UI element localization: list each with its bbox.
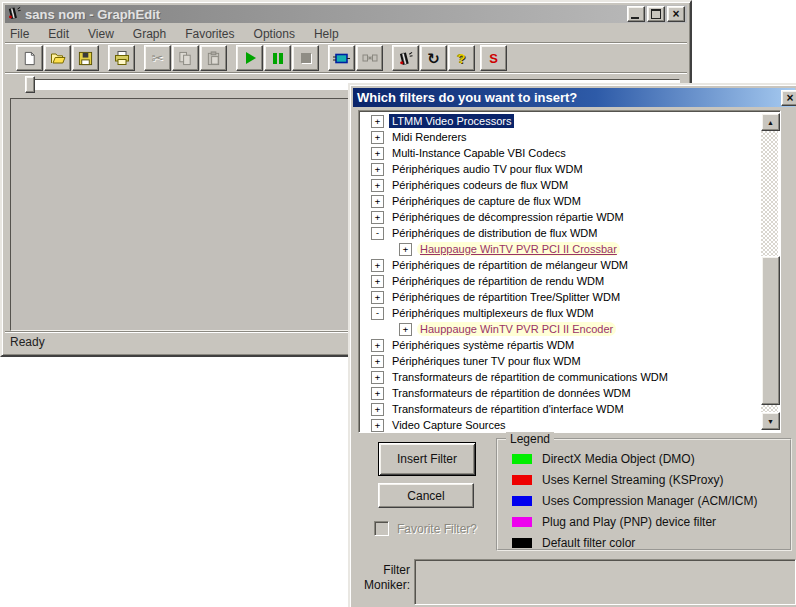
close-button[interactable]: × [667,6,685,22]
stop-button[interactable] [292,45,319,71]
menu-help[interactable]: Help [312,27,341,41]
insert-filter-button-toolbar[interactable] [328,45,355,71]
tree-item[interactable]: +Hauppauge WinTV PVR PCI II Crossbar [359,241,761,257]
expand-icon[interactable]: + [371,403,384,416]
play-button[interactable] [236,45,263,71]
main-titlebar[interactable]: sans nom - GraphEdit × [5,5,687,23]
paste-icon [206,51,221,66]
dialog-titlebar[interactable]: Which filters do you want to insert? [353,88,795,107]
help-icon: ? [458,52,466,65]
help-button[interactable]: ? [448,45,475,71]
expand-icon[interactable]: + [371,259,384,272]
tree-item[interactable]: +Périphériques tuner TV pour flux WDM [359,353,761,369]
scroll-thumb[interactable] [761,256,780,405]
tree-item[interactable]: +Hauppauge WinTV PVR PCI II Encoder [359,321,761,337]
seek-bar-handle[interactable] [25,76,35,93]
graphedit-logo-icon [398,51,413,66]
expand-icon[interactable]: + [371,179,384,192]
connect-pins-button[interactable] [356,45,383,71]
tree-item[interactable]: +Périphériques de capture de flux WDM [359,193,761,209]
refresh-button[interactable]: ↻ [420,45,447,71]
menu-favorites[interactable]: Favorites [183,27,236,41]
tree-item-label: Périphériques système répartis WDM [389,338,577,352]
cut-button[interactable]: ✂ [144,45,171,71]
tree-item[interactable]: +Périphériques de décompression répartie… [359,209,761,225]
menu-graph[interactable]: Graph [131,27,168,41]
tree-item[interactable]: +Transformateurs de répartition de commu… [359,369,761,385]
expand-icon[interactable]: + [371,387,384,400]
print-button[interactable] [108,45,135,71]
tree-item[interactable]: +Transformateurs de répartition d'interf… [359,401,761,417]
expand-icon[interactable]: + [371,291,384,304]
favorite-filter-checkbox[interactable] [374,521,389,536]
collapse-icon[interactable]: - [371,227,384,240]
scroll-up-button[interactable]: ▲ [761,113,780,131]
tree-item-label: Périphériques de répartition de mélangeu… [389,258,631,272]
pause-button[interactable] [264,45,291,71]
favorite-filter-row: Favorite Filter? [374,521,477,536]
expand-icon[interactable]: + [371,371,384,384]
expand-icon[interactable]: + [399,323,412,336]
maximize-icon [651,9,661,19]
tree-item[interactable]: +Périphériques codeurs de flux WDM [359,177,761,193]
tree-item[interactable]: +Multi-Instance Capable VBI Codecs [359,145,761,161]
expand-icon[interactable]: + [371,163,384,176]
tree-item[interactable]: -Périphériques multiplexeurs de flux WDM [359,305,761,321]
tree-item[interactable]: +Video Capture Sources [359,417,761,433]
expand-icon[interactable]: + [371,339,384,352]
tree-item[interactable]: +Midi Renderers [359,129,761,145]
cancel-button[interactable]: Cancel [378,483,474,508]
tree-item[interactable]: -Périphériques de distribution de flux W… [359,225,761,241]
expand-icon[interactable]: + [371,115,384,128]
tree-item-label: Video Capture Sources [389,418,509,432]
close-icon: × [672,9,679,19]
paste-button[interactable] [200,45,227,71]
expand-icon[interactable]: + [371,211,384,224]
convert-button[interactable]: S [480,45,507,71]
tree-scrollbar[interactable]: ▲ ▼ [761,113,778,430]
collapse-icon[interactable]: - [371,307,384,320]
menu-options[interactable]: Options [252,27,297,41]
dialog-close-button[interactable]: × [781,90,796,106]
menu-edit[interactable]: Edit [46,27,71,41]
save-icon [78,51,93,66]
tree-item[interactable]: +Périphériques de répartition de rendu W… [359,273,761,289]
expand-icon[interactable]: + [371,275,384,288]
save-button[interactable] [72,45,99,71]
tree-item[interactable]: +Périphériques système répartis WDM [359,337,761,353]
insert-filter-button[interactable]: Insert Filter [378,442,476,476]
filter-moniker-input[interactable] [414,559,796,605]
legend-label: Plug and Play (PNP) device filter [542,515,716,529]
tree-item[interactable]: +Périphériques de répartition de mélange… [359,257,761,273]
tree-item-label: Hauppauge WinTV PVR PCI II Crossbar [417,242,620,256]
tree-item[interactable]: +Périphériques de répartition Tree/Split… [359,289,761,305]
open-icon [50,50,66,66]
expand-icon[interactable]: + [371,419,384,432]
expand-icon[interactable]: + [371,195,384,208]
minimize-button[interactable] [627,6,645,22]
tree-item[interactable]: +Transformateurs de répartition de donné… [359,385,761,401]
graphedit-logo-button[interactable] [392,45,419,71]
expand-icon[interactable]: + [371,355,384,368]
tree-item[interactable]: +LTMM Video Processors [359,113,761,129]
screen: sans nom - GraphEdit × File Edit View Gr… [0,0,796,607]
pnp-color-swatch [512,517,532,527]
filter-tree-listbox: +LTMM Video Processors +Midi Renderers +… [358,110,781,433]
tree-item[interactable]: +Périphériques audio TV pour flux WDM [359,161,761,177]
expand-icon[interactable]: + [399,243,412,256]
tree-item-label: Périphériques tuner TV pour flux WDM [389,354,584,368]
open-button[interactable] [44,45,71,71]
legend-item: Uses Compression Manager (ACM/ICM) [512,490,790,511]
tree-item-label: Périphériques codeurs de flux WDM [389,178,571,192]
new-button[interactable] [16,45,43,71]
tree-item-label: LTMM Video Processors [389,114,514,128]
maximize-button[interactable] [647,6,665,22]
menu-view[interactable]: View [86,27,116,41]
menu-file[interactable]: File [8,27,31,41]
tree-item-label: Périphériques de répartition de rendu WD… [389,274,607,288]
expand-icon[interactable]: + [371,147,384,160]
minimize-icon [631,17,639,19]
copy-button[interactable] [172,45,199,71]
scroll-down-button[interactable]: ▼ [761,412,780,430]
expand-icon[interactable]: + [371,131,384,144]
